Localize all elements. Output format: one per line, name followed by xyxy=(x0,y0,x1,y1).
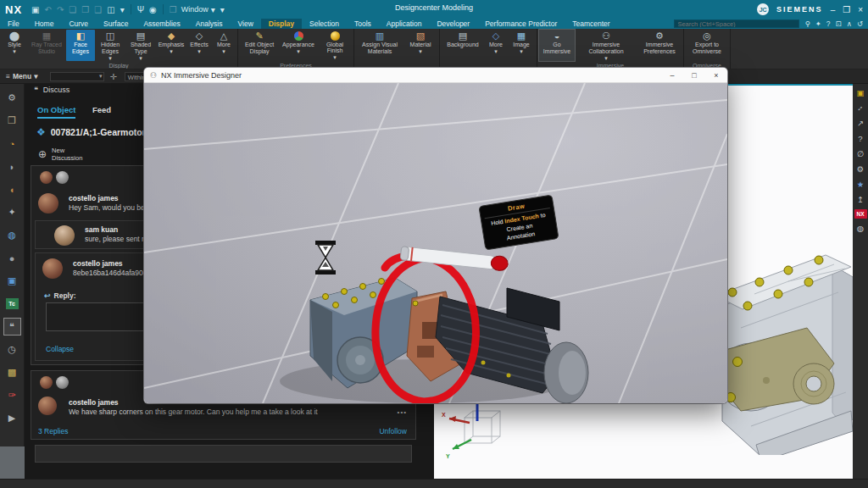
sidebar-item-settings[interactable]: ⚙ xyxy=(3,89,21,107)
go-immersive-button[interactable]: ◒ Go Immersive xyxy=(539,30,575,61)
vr-scene[interactable]: Draw Hold Index Touch to Create an Annot… xyxy=(144,83,727,403)
maximize-button[interactable]: □ xyxy=(683,71,705,80)
copy-face-icon[interactable]: ❐ xyxy=(81,5,89,14)
sidebar-item-select[interactable]: ▶ xyxy=(3,409,21,427)
copy-icon[interactable]: ❏ xyxy=(69,5,76,14)
sidebar-item-discuss[interactable]: ❝ xyxy=(3,318,21,336)
help-icon[interactable]: ? xyxy=(826,19,831,28)
sidebar-scroll-area[interactable] xyxy=(0,446,25,479)
tab-feed[interactable]: Feed xyxy=(92,105,111,114)
hidden-edges-button[interactable]: ◫ Hidden Edges ▾ xyxy=(95,30,125,61)
export-to-omniverse-button[interactable]: ◎ Export to Omniverse xyxy=(686,30,728,61)
close-button[interactable]: × xyxy=(858,5,863,14)
sidebar-item-animation[interactable]: ◔ xyxy=(3,135,21,152)
emphasis-button[interactable]: ◆ Emphasis ▾ xyxy=(156,30,186,61)
replies-link[interactable]: 3 Replies xyxy=(38,427,68,435)
tab-view[interactable]: View xyxy=(231,19,261,29)
selection-filter-icon[interactable]: ✛ xyxy=(109,72,116,81)
undo-icon[interactable]: ↶ xyxy=(45,5,52,14)
assign-visual-materials-button[interactable]: ▥ Assign Visual Materials xyxy=(356,30,403,61)
selection-filter-dropdown[interactable]: ▾ xyxy=(50,72,104,81)
expand-icon[interactable]: ↕ xyxy=(855,103,866,114)
sidebar-item-visualization[interactable]: ◍ xyxy=(3,226,21,244)
tab-display[interactable]: Display xyxy=(261,19,302,29)
face-edges-button[interactable]: ◧ Face Edges xyxy=(66,30,95,61)
dropdown-caret-icon[interactable]: ▾ xyxy=(211,5,215,14)
help-icon[interactable]: ? xyxy=(858,133,862,144)
touch-mode-icon[interactable]: ▣ xyxy=(857,87,865,98)
tab-on-object[interactable]: On Object xyxy=(37,105,75,119)
sidebar-item-history[interactable]: ◷ xyxy=(3,341,21,358)
immersive-collaboration-button[interactable]: ⚇ Immersive Collaboration ▾ xyxy=(575,30,637,61)
tab-performance-predictor[interactable]: Performance Predictor xyxy=(477,19,565,29)
fullscreen-icon[interactable]: ⊡ xyxy=(836,19,842,28)
sidebar-item-teamcenter[interactable]: Tc xyxy=(3,295,21,313)
sidebar-item-assembly[interactable]: ❒ xyxy=(3,112,21,130)
hide-icon[interactable]: ∅ xyxy=(857,148,864,159)
more-display-button[interactable]: △ More ▾ xyxy=(212,30,236,61)
tab-file[interactable]: File xyxy=(0,19,27,29)
assembly-icon[interactable]: ◫ xyxy=(107,5,114,14)
minimize-button[interactable]: – xyxy=(661,71,683,80)
dropdown-caret-icon[interactable]: ▾ xyxy=(120,5,125,14)
immersive-window-titlebar[interactable]: ⚇ NX Immersive Designer – □ × xyxy=(144,68,727,83)
sidebar-item-modeling[interactable]: ◖ xyxy=(3,180,21,198)
tab-curve[interactable]: Curve xyxy=(61,19,96,29)
effects-button[interactable]: ◇ Effects ▾ xyxy=(186,30,212,61)
sidebar-item-part[interactable]: ◗ xyxy=(3,158,21,175)
tab-surface[interactable]: Surface xyxy=(96,19,136,29)
new-comment-input[interactable] xyxy=(35,445,412,463)
sphere-icon[interactable]: ◍ xyxy=(857,223,864,234)
tab-teamcenter[interactable]: Teamcenter xyxy=(565,19,617,29)
tab-selection[interactable]: Selection xyxy=(302,19,347,29)
redo-icon[interactable]: ↷ xyxy=(57,5,64,14)
nx-badge-icon[interactable]: NX xyxy=(854,209,867,219)
material-button[interactable]: ▧ Material ▾ xyxy=(403,30,437,61)
user-avatar[interactable]: JC xyxy=(757,3,769,15)
window-menu[interactable]: Window xyxy=(181,5,209,14)
customize-caret-icon[interactable]: ▾ xyxy=(220,5,225,14)
collapse-link[interactable]: Collapse xyxy=(46,345,74,353)
close-button[interactable]: × xyxy=(705,71,727,80)
minimize-button[interactable]: – xyxy=(831,5,836,14)
tab-analysis[interactable]: Analysis xyxy=(188,19,231,29)
sidebar-item-materials[interactable]: ✦ xyxy=(3,203,21,221)
appearance-button[interactable]: Appearance ▾ xyxy=(279,30,318,61)
save-icon[interactable]: ▣ xyxy=(31,5,39,14)
ray-traced-studio-button[interactable]: ▦ Ray Traced Studio xyxy=(27,30,66,61)
new-window-icon[interactable]: ❒ xyxy=(170,5,177,14)
cad-gearbox-model[interactable] xyxy=(707,218,853,455)
tab-developer[interactable]: Developer xyxy=(429,19,477,29)
tab-application[interactable]: Application xyxy=(379,19,430,29)
sidebar-item-annotate[interactable]: ✑ xyxy=(3,386,21,404)
assistant-icon[interactable]: ✦ xyxy=(815,19,821,28)
more-options-icon[interactable]: ••• xyxy=(398,408,407,416)
sidebar-item-browser[interactable]: ▣ xyxy=(3,272,21,290)
gesture-icon[interactable]: ↺ xyxy=(857,19,863,28)
unfollow-link[interactable]: Unfollow xyxy=(379,427,407,435)
favorites-icon[interactable]: ★ xyxy=(857,179,865,190)
immersive-preferences-button[interactable]: ⚙ Immersive Preferences xyxy=(637,30,682,61)
tab-assemblies[interactable]: Assemblies xyxy=(136,19,187,29)
upload-icon[interactable]: ↥ xyxy=(857,194,864,205)
minimize-ribbon-icon[interactable]: ∧ xyxy=(847,19,852,28)
global-finish-button[interactable]: Global Finish ▾ xyxy=(318,30,352,61)
menu-button[interactable]: ≡ Menu ▾ xyxy=(0,72,43,80)
more-scene-button[interactable]: ◇ More ▾ xyxy=(484,30,508,61)
restore-button[interactable]: ❐ xyxy=(843,5,850,14)
edit-object-display-button[interactable]: ✎ Edit Object Display xyxy=(240,30,279,61)
search-input[interactable] xyxy=(674,19,799,28)
sidebar-item-render[interactable]: ● xyxy=(3,249,21,267)
immersive-designer-window[interactable]: ⚇ NX Immersive Designer – □ × xyxy=(144,68,727,403)
background-button[interactable]: ▤ Background xyxy=(442,30,484,61)
search-icon[interactable]: ⚲ xyxy=(804,19,810,28)
voice-command-icon[interactable]: ◉ xyxy=(149,5,157,14)
new-discussion-button[interactable]: ⊕ New Discussion xyxy=(38,147,82,162)
sidebar-item-image[interactable]: ▩ xyxy=(3,363,21,381)
document-settings-icon[interactable]: ⚙ xyxy=(857,164,865,175)
tab-home[interactable]: Home xyxy=(27,19,62,29)
tab-tools[interactable]: Tools xyxy=(347,19,379,29)
shaded-type-button[interactable]: ▤ Shaded Type ▾ xyxy=(125,30,156,61)
style-button[interactable]: ⬤ Style ▾ xyxy=(2,30,27,61)
image-button[interactable]: ▦ Image ▾ xyxy=(508,30,535,61)
